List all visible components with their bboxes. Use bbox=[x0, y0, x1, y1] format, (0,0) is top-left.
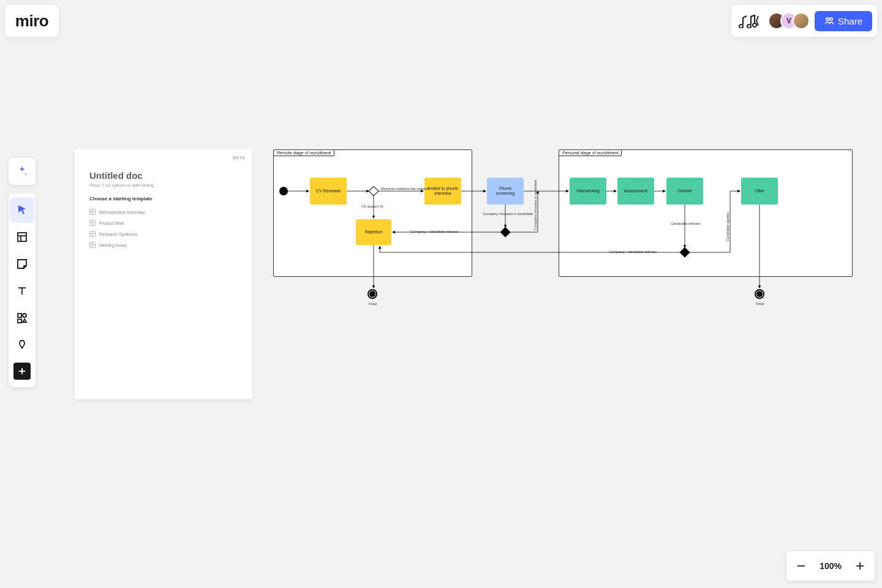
left-toolbar bbox=[9, 194, 36, 387]
label-company-chooses-v: Company chooses a candidate bbox=[533, 194, 537, 230]
svg-point-8 bbox=[23, 314, 26, 317]
shapes-icon bbox=[16, 312, 28, 324]
template-list: Retrospective Summary Product Brief Rese… bbox=[89, 206, 238, 251]
svg-rect-9 bbox=[18, 319, 21, 323]
share-button[interactable]: Share bbox=[815, 11, 872, 31]
doc-hint: Press '/' for options or start writing bbox=[89, 183, 238, 187]
svg-point-1 bbox=[830, 18, 832, 20]
label-company-refuses: Company / candidate refuses bbox=[410, 230, 458, 233]
panel-personal-label: Personal stage of recruitment bbox=[559, 149, 622, 156]
svg-point-0 bbox=[826, 18, 829, 20]
sticky-icon bbox=[16, 258, 28, 270]
zoom-value[interactable]: 100% bbox=[813, 561, 848, 571]
header-right: V Share bbox=[731, 5, 877, 37]
svg-rect-7 bbox=[18, 314, 21, 317]
tool-ai[interactable] bbox=[9, 158, 36, 185]
share-label: Share bbox=[838, 16, 862, 26]
template-icon bbox=[89, 231, 96, 237]
plus-icon bbox=[855, 561, 865, 571]
zoom-in-button[interactable] bbox=[848, 554, 872, 578]
tool-add[interactable] bbox=[13, 363, 31, 380]
doc-card[interactable]: BETA Untitled doc Press '/' for options … bbox=[75, 149, 252, 399]
minus-icon bbox=[796, 561, 806, 571]
beta-badge: BETA bbox=[233, 156, 245, 160]
pen-icon bbox=[16, 339, 28, 351]
logo-box[interactable]: miro bbox=[5, 5, 59, 37]
end-node-2 bbox=[755, 289, 764, 299]
template-label: Meeting Notes bbox=[99, 243, 127, 247]
template-icon bbox=[89, 209, 96, 215]
template-item[interactable]: Research Synthesis bbox=[89, 228, 238, 239]
cursor-icon bbox=[16, 204, 28, 216]
start-node bbox=[279, 187, 288, 195]
template-icon bbox=[89, 220, 96, 226]
node-debrief: Debrief bbox=[666, 178, 703, 205]
node-invited: Invited to phone interview bbox=[424, 178, 461, 205]
node-cv-review: CV Reviewal bbox=[310, 178, 347, 205]
template-label: Product Brief bbox=[99, 221, 124, 225]
label-company-chooses: Company chooses a candidate bbox=[483, 212, 528, 216]
tool-select[interactable] bbox=[10, 197, 34, 223]
node-interviewing: Interviewing bbox=[570, 178, 606, 205]
doc-title[interactable]: Untitled doc bbox=[89, 170, 238, 181]
label-final2: Final bbox=[756, 302, 764, 306]
panel-remote: Remote stage of recruitment bbox=[273, 149, 472, 277]
node-phone: Phone screening bbox=[487, 178, 524, 205]
label-final1: Final bbox=[369, 302, 377, 306]
logo-text: miro bbox=[15, 12, 48, 31]
label-candidate-agrees: Candidate agrees bbox=[726, 208, 729, 245]
collaborator-avatars[interactable]: V bbox=[768, 12, 810, 29]
label-candidate-refuses: Candidate refuses bbox=[671, 222, 701, 225]
node-assessment: Assessment bbox=[617, 178, 654, 205]
label-company-refuses2: Company / candidate refuses bbox=[609, 250, 657, 254]
tool-template[interactable] bbox=[10, 224, 34, 250]
node-offer: Offer bbox=[741, 178, 778, 205]
sparkle-icon bbox=[15, 165, 29, 178]
template-item[interactable]: Retrospective Summary bbox=[89, 206, 238, 217]
doc-section-heading: Choose a starting template bbox=[89, 196, 238, 202]
template-label: Retrospective Summary bbox=[99, 210, 145, 214]
avatar-3[interactable] bbox=[793, 12, 810, 29]
svg-rect-2 bbox=[18, 233, 26, 241]
text-icon bbox=[16, 285, 28, 297]
music-notes-icon[interactable] bbox=[736, 10, 763, 32]
end-node-1 bbox=[368, 289, 377, 299]
template-item[interactable]: Product Brief bbox=[89, 217, 238, 228]
avatar-2-letter: V bbox=[786, 17, 791, 25]
tool-shapes[interactable] bbox=[10, 305, 34, 331]
template-icon bbox=[16, 231, 28, 243]
plus-icon bbox=[18, 367, 26, 375]
tool-text[interactable] bbox=[10, 278, 34, 304]
panel-personal: Personal stage of recruitment bbox=[559, 149, 853, 277]
template-icon bbox=[89, 242, 96, 248]
panel-remote-label: Remote stage of recruitment bbox=[273, 149, 334, 156]
label-cv-no-fit: CV doesn't fit bbox=[361, 205, 383, 208]
node-rejection: Rejection bbox=[356, 219, 391, 245]
template-label: Research Synthesis bbox=[99, 232, 137, 236]
tool-sticky[interactable] bbox=[10, 251, 34, 277]
zoom-out-button[interactable] bbox=[789, 554, 813, 578]
template-item[interactable]: Meeting Notes bbox=[89, 239, 238, 251]
tool-pen[interactable] bbox=[10, 332, 34, 358]
label-resume-matches: Resume matches the request bbox=[381, 187, 418, 190]
gateway-2 bbox=[500, 227, 511, 238]
zoom-controls: 100% bbox=[786, 551, 875, 581]
people-icon bbox=[824, 16, 834, 26]
